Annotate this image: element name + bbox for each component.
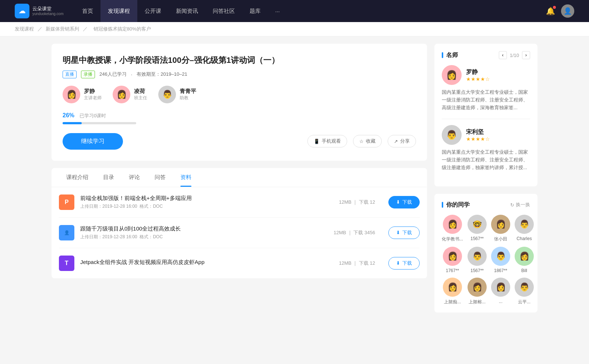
nav-item-discover[interactable]: 发现课程 [100, 0, 137, 22]
teacher-role-0: 主讲老师 [84, 95, 102, 101]
nav-item-public[interactable]: 公开课 [137, 0, 169, 22]
classmate-name-1: 1567** [470, 236, 484, 241]
classmate-8: 👩 上脓痴... [442, 278, 463, 305]
classmates-title: 你的同学 [442, 201, 470, 209]
classmate-name-8: 上脓痴... [444, 299, 461, 305]
user-avatar-nav[interactable]: 👤 [561, 4, 574, 18]
classmate-avatar-7: 👩 [515, 247, 534, 266]
download-button-0[interactable]: ⬇ 下载 [388, 196, 420, 208]
student-count: 246人已学习 [99, 71, 127, 78]
tag-record: 录播 [81, 71, 95, 78]
share-icon: ↗ [394, 139, 398, 144]
classmate-name-5: 1567** [470, 268, 484, 273]
divider [442, 119, 530, 119]
nav-item-bank[interactable]: 题库 [242, 0, 268, 22]
mobile-watch-button[interactable]: 📱 手机观看 [307, 135, 347, 147]
nav-item-news[interactable]: 新闻资讯 [169, 0, 205, 22]
teacher-card-desc-1: 国内某重点大学安全工程专业硕士，国家一级注册消防工程师、注册安全工程师、级注册建… [442, 149, 530, 171]
refresh-icon: ↻ [510, 202, 514, 208]
classmate-2: 👩 张小田 [491, 215, 510, 242]
resource-info-2: Jetpack全组件实战 开发短视频应用高仿皮皮虾App [80, 259, 333, 267]
resource-name-1: 跟随千万级项目从0到100全过程高效成长 [80, 225, 328, 232]
classmate-name-3: Charles [516, 236, 532, 241]
course-title: 明星中教授课，小学阶段语法100分–强化级第1讲动词（一） [63, 55, 416, 66]
download-button-1[interactable]: ⬇ 下载 [388, 226, 420, 239]
classmate-3: 👨 Charles [515, 215, 534, 242]
classmate-name-2: 张小田 [494, 236, 507, 242]
classmate-name-9: 上脓榕... [469, 299, 486, 305]
breadcrumb-current: 销冠修炼术搞定80%的客户 [94, 26, 151, 32]
classmate-avatar-8: 👩 [443, 278, 462, 297]
teacher-card-desc-0: 国内某重点大学安全工程专业硕士，国家一级注册消防工程师、注册安全工程师、高级注册… [442, 89, 530, 111]
classmate-name-4: 1767** [446, 268, 459, 273]
classmate-5: 👨 1567** [468, 247, 487, 273]
teacher-card-name-0: 罗静 [466, 68, 490, 76]
progress-sub: 已学习0课时 [80, 113, 106, 118]
resource-stats-1: 12MB ｜ 下载 3456 [334, 229, 375, 236]
course-card: 明星中教授课，小学阶段语法100分–强化级第1讲动词（一） 直播 录播 246人… [52, 44, 427, 161]
nav-items: 首页 发现课程 公开课 新闻资讯 问答社区 题库 ··· [75, 0, 546, 22]
bell-icon[interactable]: 🔔 [546, 7, 555, 15]
teachers-sidebar-card: 名师 ‹ 1/10 › 👩 罗静 ★★★★☆ [434, 44, 537, 186]
teacher-stars-0: ★★★★☆ [466, 76, 490, 82]
progress-bar-bg [63, 122, 136, 124]
next-teacher-button[interactable]: › [522, 51, 530, 59]
continue-button[interactable]: 继续学习 [63, 133, 123, 150]
nav-item-more[interactable]: ··· [268, 0, 288, 22]
breadcrumb-link-1[interactable]: 发现课程 [15, 26, 34, 32]
tab-resources[interactable]: 资料 [173, 168, 199, 187]
download-icon-2: ⬇ [396, 260, 400, 266]
teacher-avatar-0: 👩 [63, 86, 80, 103]
classmates-grid: 👩 化学教书... 🤓 1567** 👩 张小田 👨 Charles 👩 [442, 215, 530, 305]
breadcrumb-link-2[interactable]: 新媒体营销系列 [46, 26, 79, 32]
resource-stats-2: 12MB ｜ 下载 12 [339, 260, 375, 267]
mobile-icon: 📱 [314, 139, 320, 144]
teacher-name-2: 青青平 [180, 88, 196, 95]
content-area: 明星中教授课，小学阶段语法100分–强化级第1讲动词（一） 直播 录播 246人… [52, 44, 427, 320]
share-button[interactable]: ↗ 分享 [388, 135, 416, 147]
resource-list: P 前端全栈加强版！前端全栈+全周期+多端应用 上传日期：2019-12-28 … [52, 187, 427, 278]
logo[interactable]: ☁ 云朵课堂 yunduoketang.com [15, 4, 64, 18]
notification-dot [553, 6, 556, 9]
switch-button[interactable]: ↻ 换一换 [510, 201, 530, 208]
classmate-avatar-5: 👨 [468, 247, 487, 266]
classmate-9: 👩 上脓榕... [468, 278, 487, 305]
resource-icon-1: 👤 [59, 225, 74, 240]
resource-meta-0: 上传日期：2019-12-28 16:00 格式：DOC [80, 203, 333, 210]
progress-label: 26% [63, 112, 74, 118]
teacher-avatar-1: 👩 [113, 86, 130, 103]
tab-reviews[interactable]: 评论 [121, 168, 147, 187]
classmate-1: 🤓 1567** [468, 215, 487, 242]
classmate-avatar-6: 👨 [491, 247, 510, 266]
teacher-role-1: 班主任 [134, 95, 147, 101]
download-button-2[interactable]: ⬇ 下载 [388, 257, 420, 270]
logo-text: 云朵课堂 yunduoketang.com [32, 6, 64, 16]
prev-teacher-button[interactable]: ‹ [499, 51, 507, 59]
teacher-1: 👩 凌荷 班主任 [113, 86, 147, 103]
collect-button[interactable]: ☆ 收藏 [353, 135, 382, 147]
breadcrumb: 发现课程 ／ 新媒体营销系列 ／ 销冠修炼术搞定80%的客户 [0, 22, 589, 36]
resource-info-1: 跟随千万级项目从0到100全过程高效成长 上传日期：2019-12-28 16:… [80, 225, 328, 240]
teacher-name-1: 凌荷 [134, 88, 147, 95]
classmate-name-10: ... [499, 299, 502, 304]
classmate-6: 👨 1867** [491, 247, 510, 273]
classmate-avatar-2: 👩 [491, 215, 510, 234]
main-layout: 明星中教授课，小学阶段语法100分–强化级第1讲动词（一） 直播 录播 246人… [37, 36, 552, 327]
nav-item-home[interactable]: 首页 [75, 0, 100, 22]
classmate-avatar-11: 👨 [515, 278, 534, 297]
resource-info-0: 前端全栈加强版！前端全栈+全周期+多端应用 上传日期：2019-12-28 16… [80, 195, 333, 210]
classmate-avatar-1: 🤓 [468, 215, 487, 234]
resource-name-2: Jetpack全组件实战 开发短视频应用高仿皮皮虾App [80, 259, 333, 266]
resource-name-0: 前端全栈加强版！前端全栈+全周期+多端应用 [80, 195, 333, 202]
page-indicator: 1/10 [510, 53, 519, 58]
tab-qa[interactable]: 问答 [147, 168, 173, 187]
teacher-avatar-2: 👨 [158, 86, 176, 103]
tab-catalog[interactable]: 目录 [96, 168, 121, 187]
nav-item-qa[interactable]: 问答社区 [205, 0, 242, 22]
resource-item: T Jetpack全组件实战 开发短视频应用高仿皮皮虾App 12MB ｜ 下载… [59, 248, 420, 278]
tabs-bar: 课程介绍 目录 评论 问答 资料 [52, 168, 427, 187]
tab-intro[interactable]: 课程介绍 [59, 168, 96, 187]
classmate-avatar-0: 👩 [443, 215, 462, 234]
teacher-card-0: 👩 罗静 ★★★★☆ 国内某重点大学安全工程专业硕士，国家一级注册消防工程师、注… [442, 65, 530, 111]
nav-right: 🔔 👤 [546, 4, 574, 18]
